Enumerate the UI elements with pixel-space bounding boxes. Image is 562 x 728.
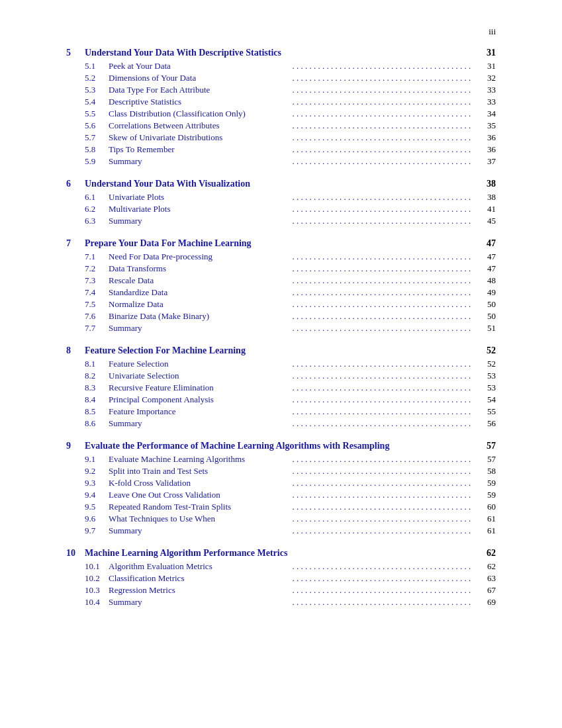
section-number: 9.3: [85, 478, 109, 488]
section-page-number: 63: [476, 573, 496, 584]
section-dots: . . . . . . . . . . . . . . . . . . . . …: [293, 61, 475, 71]
section-line: 5.5Class Distribution (Classification On…: [66, 109, 496, 119]
section-line: 9.6What Techniques to Use When . . . . .…: [66, 514, 496, 524]
section-dots: . . . . . . . . . . . . . . . . . . . . …: [293, 132, 475, 143]
chapter-number: 5: [66, 48, 85, 58]
section-page-number: 59: [476, 490, 496, 500]
section-title: Summary: [109, 418, 291, 429]
section-title: Rescale Data: [109, 275, 291, 286]
chapter-title: Understand Your Data With Visualization: [85, 179, 476, 189]
section-page-number: 53: [476, 383, 496, 393]
section-number: 7.3: [85, 275, 109, 286]
section-line: 9.2Split into Train and Test Sets . . . …: [66, 466, 496, 477]
section-page-number: 52: [476, 359, 496, 369]
section-page-number: 56: [476, 418, 496, 429]
section-title: Feature Importance: [109, 406, 291, 417]
toc-container: 5Understand Your Data With Descriptive S…: [66, 48, 496, 608]
section-number: 10.3: [85, 585, 109, 596]
section-dots: . . . . . . . . . . . . . . . . . . . . …: [293, 371, 475, 381]
section-number: 7.2: [85, 263, 109, 274]
section-title: Summary: [109, 323, 291, 334]
chapter-page-number: 47: [476, 238, 496, 249]
section-number: 6.1: [85, 192, 109, 203]
section-dots: . . . . . . . . . . . . . . . . . . . . …: [293, 144, 475, 155]
section-title: What Techniques to Use When: [109, 514, 291, 524]
chapter-title: Feature Selection For Machine Learning: [85, 345, 476, 356]
section-title: Data Transforms: [109, 263, 291, 274]
section-page-number: 35: [476, 120, 496, 131]
section-line: 9.1Evaluate Machine Learning Algorithms …: [66, 454, 496, 465]
section-page-number: 38: [476, 192, 496, 203]
section-title: Data Type For Each Attribute: [109, 85, 291, 95]
section-dots: . . . . . . . . . . . . . . . . . . . . …: [293, 323, 475, 334]
chapter-line: 5Understand Your Data With Descriptive S…: [66, 48, 496, 58]
section-number: 9.5: [85, 502, 109, 512]
section-number: 6.2: [85, 204, 109, 214]
section-page-number: 59: [476, 478, 496, 488]
section-title: Evaluate Machine Learning Algorithms: [109, 454, 291, 465]
section-number: 9.6: [85, 514, 109, 524]
section-number: 5.8: [85, 144, 109, 155]
section-title: Descriptive Statistics: [109, 97, 291, 107]
section-title: Regression Metrics: [109, 585, 291, 596]
section-dots: . . . . . . . . . . . . . . . . . . . . …: [293, 573, 475, 584]
section-line: 9.5Repeated Random Test-Train Splits . .…: [66, 502, 496, 512]
section-dots: . . . . . . . . . . . . . . . . . . . . …: [293, 311, 475, 322]
section-number: 7.4: [85, 287, 109, 298]
section-dots: . . . . . . . . . . . . . . . . . . . . …: [293, 216, 475, 226]
chapter-number: 10: [66, 548, 85, 559]
section-title: Dimensions of Your Data: [109, 73, 291, 83]
section-title: Summary: [109, 525, 291, 536]
section-line: 5.2Dimensions of Your Data . . . . . . .…: [66, 73, 496, 83]
section-number: 10.2: [85, 573, 109, 584]
chapter-page-number: 38: [476, 179, 496, 189]
section-dots: . . . . . . . . . . . . . . . . . . . . …: [293, 299, 475, 310]
section-page-number: 69: [476, 597, 496, 608]
section-dots: . . . . . . . . . . . . . . . . . . . . …: [293, 85, 475, 95]
section-line: 10.4Summary . . . . . . . . . . . . . . …: [66, 597, 496, 608]
section-number: 5.5: [85, 109, 109, 119]
section-title: Class Distribution (Classification Only): [109, 109, 291, 119]
chapter-title: Prepare Your Data For Machine Learning: [85, 238, 476, 249]
section-number: 8.6: [85, 418, 109, 429]
section-page-number: 34: [476, 109, 496, 119]
toc-chapter: 7Prepare Your Data For Machine Learning4…: [66, 238, 496, 334]
section-page-number: 62: [476, 561, 496, 572]
section-title: Peek at Your Data: [109, 61, 291, 71]
section-title: Recursive Feature Elimination: [109, 383, 291, 393]
section-dots: . . . . . . . . . . . . . . . . . . . . …: [293, 251, 475, 262]
section-page-number: 49: [476, 287, 496, 298]
section-page-number: 50: [476, 311, 496, 322]
section-line: 5.3Data Type For Each Attribute . . . . …: [66, 85, 496, 95]
section-number: 5.6: [85, 120, 109, 131]
section-title: Standardize Data: [109, 287, 291, 298]
section-number: 9.2: [85, 466, 109, 477]
section-page-number: 58: [476, 466, 496, 477]
section-number: 8.1: [85, 359, 109, 369]
section-dots: . . . . . . . . . . . . . . . . . . . . …: [293, 383, 475, 393]
section-title: Univariate Selection: [109, 371, 291, 381]
section-dots: . . . . . . . . . . . . . . . . . . . . …: [293, 418, 475, 429]
section-dots: . . . . . . . . . . . . . . . . . . . . …: [293, 359, 475, 369]
section-title: Algorithm Evaluation Metrics: [109, 561, 291, 572]
section-line: 5.4Descriptive Statistics . . . . . . . …: [66, 97, 496, 107]
section-page-number: 37: [476, 156, 496, 167]
section-dots: . . . . . . . . . . . . . . . . . . . . …: [293, 597, 475, 608]
section-title: Univariate Plots: [109, 192, 291, 203]
toc-page: iii 5Understand Your Data With Descripti…: [0, 0, 562, 728]
chapter-number: 9: [66, 441, 85, 451]
section-title: Summary: [109, 216, 291, 226]
chapter-line: 9Evaluate the Performance of Machine Lea…: [66, 441, 496, 451]
section-page-number: 33: [476, 85, 496, 95]
section-number: 7.1: [85, 251, 109, 262]
section-dots: . . . . . . . . . . . . . . . . . . . . …: [293, 275, 475, 286]
section-number: 5.3: [85, 85, 109, 95]
toc-chapter: 6Understand Your Data With Visualization…: [66, 179, 496, 226]
section-page-number: 60: [476, 502, 496, 512]
section-page-number: 67: [476, 585, 496, 596]
section-dots: . . . . . . . . . . . . . . . . . . . . …: [293, 97, 475, 107]
section-dots: . . . . . . . . . . . . . . . . . . . . …: [293, 525, 475, 536]
section-page-number: 33: [476, 97, 496, 107]
chapter-line: 10Machine Learning Algorithm Performance…: [66, 548, 496, 559]
section-page-number: 55: [476, 406, 496, 417]
